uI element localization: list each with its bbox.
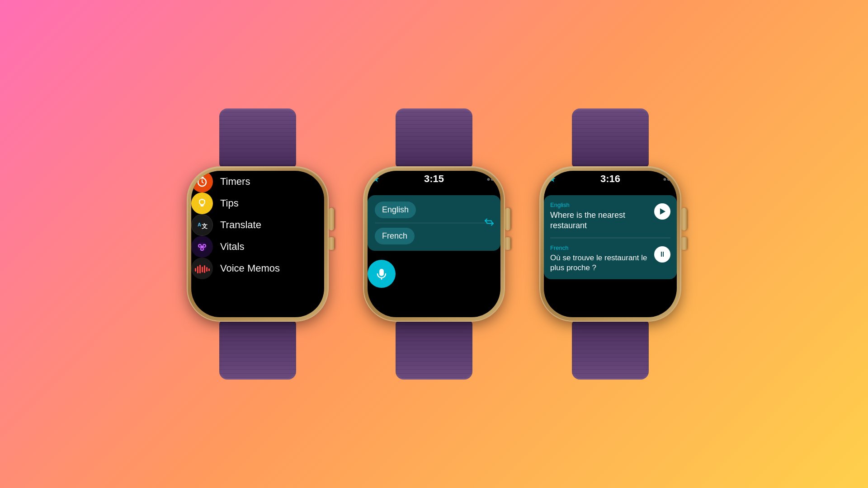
watch-side-btn-2[interactable] <box>505 237 510 250</box>
svg-rect-11 <box>199 265 201 273</box>
language-from-row: English <box>375 202 493 218</box>
svg-point-8 <box>201 246 203 248</box>
more-button-2[interactable]: ●●● <box>484 171 500 187</box>
time-3: 3:16 <box>600 173 620 185</box>
svg-rect-12 <box>202 267 203 272</box>
translation-panel: English Where is the nearest restaurant … <box>544 195 677 279</box>
svg-rect-13 <box>204 265 205 273</box>
voicememos-label: Voice Memos <box>220 263 280 274</box>
svg-text:A: A <box>198 222 201 227</box>
language-panel: English French <box>368 195 500 251</box>
translate-label: Translate <box>220 219 261 231</box>
tips-icon <box>191 192 213 214</box>
list-item-timers[interactable]: Timers <box>191 171 324 192</box>
svg-text:文: 文 <box>202 223 208 230</box>
voicememos-icon <box>191 258 213 279</box>
language-from-chip[interactable]: English <box>375 202 416 218</box>
watch-crown-1[interactable] <box>329 208 334 230</box>
swap-icon[interactable] <box>484 217 494 229</box>
list-item-vitals[interactable]: Vitals <box>191 236 324 258</box>
french-text-area: French Où se trouve le restaurant le plu… <box>550 244 651 273</box>
band-bottom-3 <box>572 321 649 380</box>
watch-header-2: ★ 3:15 ●●● <box>368 171 500 187</box>
pause-button[interactable] <box>654 246 670 263</box>
vitals-icon <box>191 236 213 258</box>
svg-rect-9 <box>195 268 196 272</box>
band-top-2 <box>396 108 472 167</box>
watch-crown-3[interactable] <box>681 208 687 230</box>
watch-3: ★ 3:16 ●●● English Where is the nearest … <box>540 108 680 380</box>
list-item-tips[interactable]: Tips <box>191 192 324 214</box>
french-text: Où se trouve le restaurant le plus proch… <box>550 253 651 273</box>
star-button-3[interactable]: ★ <box>544 171 560 187</box>
language-divider <box>375 223 493 223</box>
watch-screen-1: Timers Tips A <box>191 171 324 317</box>
band-bottom-2 <box>396 321 472 380</box>
french-translation-block: French Où se trouve le restaurant le plu… <box>550 244 670 273</box>
play-button[interactable] <box>654 203 670 220</box>
svg-rect-16 <box>379 269 384 276</box>
watch-header-3: ★ 3:16 ●●● <box>544 171 677 187</box>
time-2: 3:15 <box>424 173 444 185</box>
watch-screen-3: ★ 3:16 ●●● English Where is the nearest … <box>544 171 677 317</box>
star-icon-3: ★ <box>548 174 556 184</box>
watch-side-btn-1[interactable] <box>329 237 334 250</box>
list-item-voicememos[interactable]: Voice Memos <box>191 258 324 279</box>
watch-case-2: ★ 3:15 ●●● English French <box>364 167 504 321</box>
watch-case-3: ★ 3:16 ●●● English Where is the nearest … <box>540 167 680 321</box>
english-text-area: English Where is the nearest restaurant <box>550 202 651 231</box>
language-to-chip[interactable]: French <box>375 228 415 244</box>
translate-icon: A 文 <box>191 214 213 236</box>
language-to-row: French <box>375 228 493 244</box>
vitals-label: Vitals <box>220 241 244 253</box>
svg-rect-10 <box>197 266 198 273</box>
english-lang-label: English <box>550 202 651 208</box>
band-top-3 <box>572 108 649 167</box>
tips-label: Tips <box>220 197 239 209</box>
timers-icon <box>191 171 213 192</box>
watch-1: Timers Tips A <box>188 108 328 380</box>
timers-label: Timers <box>220 176 250 188</box>
star-button-2[interactable]: ★ <box>368 171 384 187</box>
more-icon-2: ●●● <box>486 175 498 183</box>
watch-screen-2: ★ 3:15 ●●● English French <box>368 171 500 317</box>
more-icon-3: ●●● <box>663 175 674 183</box>
svg-rect-15 <box>208 268 210 271</box>
english-translation-block: English Where is the nearest restaurant <box>550 202 670 231</box>
band-top-1 <box>219 108 296 167</box>
star-icon-2: ★ <box>372 174 380 184</box>
more-button-3[interactable]: ●●● <box>660 171 677 187</box>
svg-rect-14 <box>206 267 208 272</box>
french-lang-label: French <box>550 244 651 251</box>
english-text: Where is the nearest restaurant <box>550 210 651 231</box>
list-item-translate[interactable]: A 文 Translate <box>191 214 324 236</box>
band-bottom-1 <box>219 321 296 380</box>
translation-divider <box>550 238 670 238</box>
watch-case-1: Timers Tips A <box>188 167 328 321</box>
watch-side-btn-3[interactable] <box>681 237 687 250</box>
watch-2: ★ 3:15 ●●● English French <box>364 108 504 380</box>
watch-crown-2[interactable] <box>505 208 510 230</box>
mic-button[interactable] <box>368 260 396 288</box>
